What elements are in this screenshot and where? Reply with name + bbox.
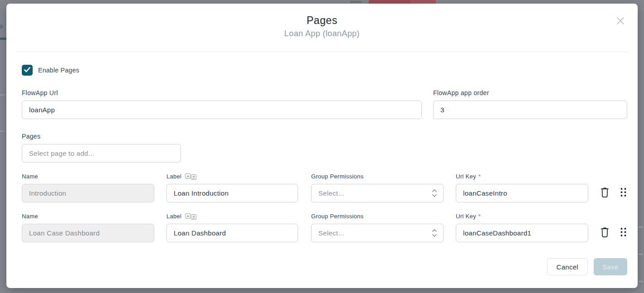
- url-key-input[interactable]: [456, 224, 588, 242]
- translate-icon: A 文: [185, 213, 196, 219]
- translate-icon: A 文: [185, 173, 196, 179]
- name-label: Name: [22, 173, 154, 180]
- group-permissions-select[interactable]: Select...: [311, 184, 444, 202]
- modal-footer: Cancel Save: [22, 258, 627, 275]
- flowapp-order-field: FlowApp app order: [433, 89, 627, 119]
- name-input: [22, 184, 154, 202]
- flowapp-url-label: FlowApp Url: [22, 89, 422, 96]
- trash-icon: [600, 226, 610, 240]
- label-input[interactable]: [166, 224, 298, 242]
- page-row: Name Label A 文 Group Permissions Select.…: [22, 212, 627, 242]
- flowapp-order-input[interactable]: [433, 101, 627, 119]
- required-asterisk: *: [478, 173, 481, 180]
- url-key-field: Url Key *: [456, 173, 588, 202]
- backdrop-nav-underline: [0, 38, 6, 40]
- label-field: Label A 文: [166, 212, 298, 242]
- row-actions: [600, 224, 627, 242]
- flowapp-url-field: FlowApp Url: [22, 89, 422, 119]
- backdrop-logo-fragment: [0, 24, 3, 29]
- modal-header: Pages Loan App (loanApp): [6, 4, 638, 38]
- flowapp-row: FlowApp Url FlowApp app order: [22, 89, 627, 119]
- group-permissions-select[interactable]: Select...: [311, 224, 444, 242]
- delete-page-button[interactable]: [600, 226, 610, 240]
- url-key-label: Url Key *: [456, 212, 588, 220]
- trash-icon: [600, 186, 610, 200]
- name-field: Name: [22, 212, 154, 242]
- modal-body: Enable Pages FlowApp Url FlowApp app ord…: [6, 51, 638, 275]
- checkmark-icon: [24, 66, 30, 74]
- backdrop-toolbar-mark: [350, 1, 362, 3]
- group-permissions-placeholder: Select...: [311, 224, 444, 242]
- modal-subtitle: Loan App (loanApp): [6, 29, 638, 38]
- enable-pages-label: Enable Pages: [38, 67, 79, 74]
- group-permissions-field: Group Permissions Select...: [311, 212, 444, 242]
- backdrop-sidebar-mark: [0, 94, 5, 96]
- backdrop-text-fragment: [639, 226, 643, 228]
- backdrop-text-fragment: [639, 254, 643, 255]
- group-permissions-label: Group Permissions: [311, 212, 444, 220]
- close-button[interactable]: [615, 16, 626, 27]
- name-label: Name: [22, 212, 154, 220]
- backdrop-sidebar-mark: [0, 130, 5, 132]
- backdrop-red-button-edge: [410, 0, 436, 4]
- name-field: Name: [22, 173, 154, 202]
- close-icon: [616, 16, 625, 27]
- page-title: Pages: [6, 14, 638, 27]
- drag-handle[interactable]: [620, 227, 627, 239]
- pages-select-input[interactable]: [22, 144, 181, 163]
- row-actions: [600, 184, 627, 202]
- six-dots-icon: [620, 187, 627, 199]
- save-button[interactable]: Save: [594, 258, 627, 275]
- enable-pages-checkbox[interactable]: [22, 65, 33, 76]
- group-permissions-placeholder: Select...: [311, 184, 444, 202]
- pages-modal: Pages Loan App (loanApp) Enable Pages Fl…: [6, 4, 638, 288]
- url-key-field: Url Key *: [456, 212, 588, 242]
- group-permissions-field: Group Permissions Select...: [311, 173, 444, 202]
- enable-pages-row: Enable Pages: [22, 65, 627, 76]
- drag-handle[interactable]: [620, 187, 627, 199]
- page-row: Name Label A 文 Group Permissions Select.…: [22, 173, 627, 202]
- name-input: [22, 224, 154, 242]
- label-label: Label A 文: [166, 212, 298, 220]
- required-asterisk: *: [478, 213, 481, 220]
- url-key-label: Url Key *: [456, 173, 588, 180]
- pages-label: Pages: [22, 133, 627, 140]
- pages-section: Pages: [22, 133, 627, 163]
- flowapp-order-label: FlowApp app order: [433, 89, 627, 96]
- chevron-up-down-icon: [431, 188, 438, 200]
- six-dots-icon: [620, 227, 627, 239]
- label-field: Label A 文: [166, 173, 298, 202]
- group-permissions-label: Group Permissions: [311, 173, 444, 180]
- url-key-input[interactable]: [456, 184, 588, 202]
- label-input[interactable]: [166, 184, 298, 202]
- flowapp-url-input[interactable]: [22, 101, 422, 119]
- cancel-button[interactable]: Cancel: [547, 258, 588, 275]
- chevron-up-down-icon: [431, 228, 438, 240]
- delete-page-button[interactable]: [600, 186, 610, 200]
- backdrop-text-fragment: [639, 281, 643, 282]
- label-label: Label A 文: [166, 173, 298, 180]
